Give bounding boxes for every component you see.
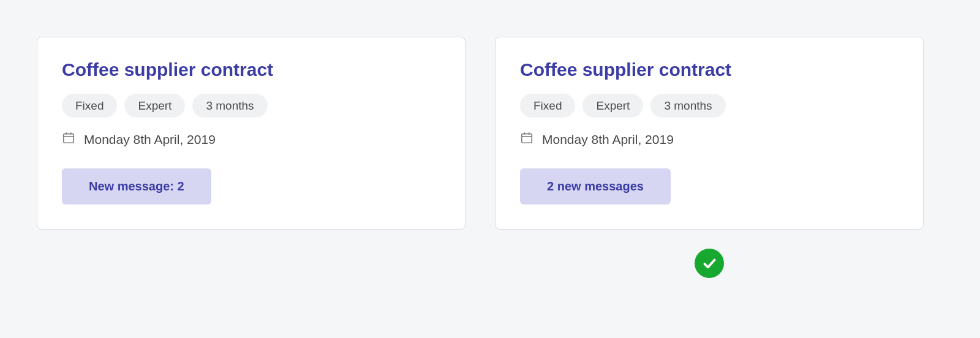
date-row: Monday 8th April, 2019 — [62, 131, 440, 148]
card-title: Coffee supplier contract — [62, 59, 440, 80]
tag-list: Fixed Expert 3 months — [520, 94, 899, 118]
contract-card[interactable]: Coffee supplier contract Fixed Expert 3 … — [37, 37, 466, 230]
check-icon — [695, 249, 724, 278]
svg-rect-4 — [522, 134, 532, 143]
approved-badge — [695, 249, 724, 278]
cards-container: Coffee supplier contract Fixed Expert 3 … — [0, 0, 980, 230]
date-text: Monday 8th April, 2019 — [542, 132, 674, 147]
tag-fixed: Fixed — [520, 94, 575, 118]
new-message-button[interactable]: 2 new messages — [520, 168, 671, 205]
tag-fixed: Fixed — [62, 94, 117, 118]
card-title: Coffee supplier contract — [520, 59, 899, 80]
tag-expert: Expert — [124, 94, 185, 118]
calendar-icon — [520, 131, 533, 148]
date-text: Monday 8th April, 2019 — [84, 132, 216, 147]
tag-duration: 3 months — [650, 94, 725, 118]
new-message-button[interactable]: New message: 2 — [62, 168, 211, 205]
tag-expert: Expert — [582, 94, 643, 118]
tag-duration: 3 months — [192, 94, 267, 118]
tag-list: Fixed Expert 3 months — [62, 94, 440, 118]
calendar-icon — [62, 131, 75, 148]
svg-rect-0 — [64, 134, 74, 143]
contract-card[interactable]: Coffee supplier contract Fixed Expert 3 … — [495, 37, 924, 230]
date-row: Monday 8th April, 2019 — [520, 131, 899, 148]
